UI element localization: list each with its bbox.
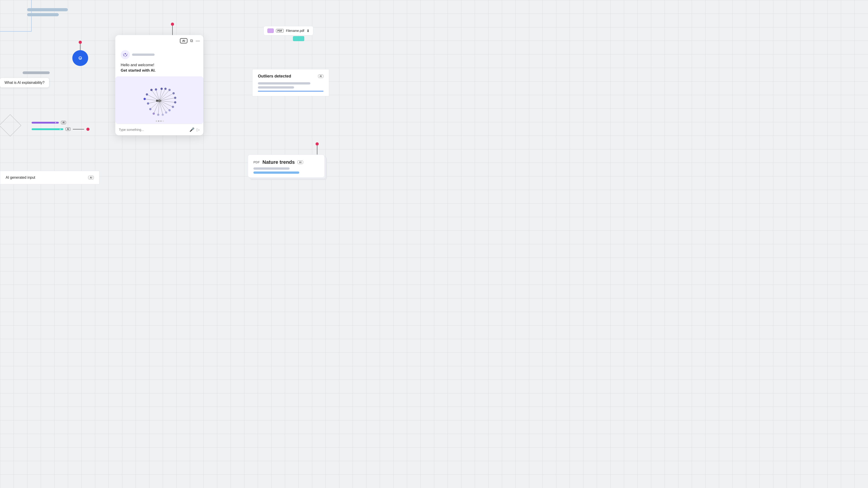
ai-generated-badge: AI bbox=[88, 176, 94, 180]
red-dot-above-ai bbox=[79, 41, 82, 44]
send-icon[interactable]: ▷ bbox=[197, 127, 200, 132]
nature-trends-header: PDF Nature trends AI bbox=[253, 159, 319, 165]
svg-line-15 bbox=[150, 101, 159, 109]
ai-circle-icon: AI bbox=[76, 55, 84, 62]
pdf-teal-swatch bbox=[293, 36, 304, 41]
ai-generated-card: AI generated input AI bbox=[0, 171, 99, 184]
svg-line-24 bbox=[159, 93, 174, 101]
nature-trends-front-card: PDF Nature trends AI bbox=[248, 155, 324, 177]
slider-2-ai-badge: AI bbox=[66, 127, 70, 131]
svg-point-44 bbox=[164, 88, 166, 90]
outliers-title: Outliers detected bbox=[258, 74, 291, 78]
svg-line-26 bbox=[159, 89, 165, 101]
svg-point-49 bbox=[156, 121, 157, 122]
svg-point-40 bbox=[174, 101, 176, 103]
chat-ai-row bbox=[121, 50, 198, 59]
red-dot-nature-trends bbox=[315, 142, 319, 145]
svg-point-43 bbox=[168, 89, 170, 91]
outliers-card: Outliers detected AI bbox=[252, 69, 329, 96]
svg-point-36 bbox=[162, 113, 164, 116]
svg-line-19 bbox=[159, 101, 166, 112]
chat-body: Hello and welcome! Get started with AI. bbox=[115, 46, 204, 124]
sliders-area: AI AI bbox=[32, 121, 90, 131]
svg-line-27 bbox=[159, 89, 162, 101]
chat-ai-avatar bbox=[121, 50, 130, 59]
slider-row-1: AI bbox=[32, 121, 90, 124]
pdf-widget: PDF Filename.pdf ⬇ bbox=[264, 26, 313, 35]
question-text: What is AI explainability? bbox=[4, 80, 44, 85]
chat-header: AI ⧉ — bbox=[115, 35, 204, 46]
chat-input-field[interactable] bbox=[119, 128, 187, 131]
svg-point-35 bbox=[157, 113, 159, 116]
svg-point-52 bbox=[162, 121, 164, 122]
slider-1-ai-badge: AI bbox=[61, 121, 66, 124]
nature-bar-1 bbox=[253, 167, 289, 170]
ai-circle-button[interactable]: AI bbox=[72, 50, 88, 66]
top-left-border-box bbox=[0, 0, 32, 32]
slider-track-purple[interactable] bbox=[32, 122, 59, 124]
mic-icon[interactable]: 🎤 bbox=[189, 127, 194, 132]
svg-point-41 bbox=[174, 97, 176, 99]
svg-point-9 bbox=[127, 54, 127, 55]
diamond-shape bbox=[0, 114, 21, 137]
chat-greeting-2-text: Get started with AI. bbox=[121, 68, 156, 72]
nature-bar-2 bbox=[253, 171, 299, 174]
svg-point-5 bbox=[123, 55, 125, 56]
svg-point-48 bbox=[160, 100, 161, 102]
svg-point-50 bbox=[158, 121, 159, 122]
red-dot-slider bbox=[86, 128, 90, 131]
pdf-color-swatch bbox=[268, 29, 274, 33]
download-icon[interactable]: ⬇ bbox=[307, 29, 309, 33]
nature-trends-connector-area bbox=[248, 142, 324, 155]
ai-avatar-icon bbox=[122, 52, 128, 58]
svg-line-21 bbox=[159, 101, 173, 107]
slider-row-2: AI bbox=[32, 127, 90, 131]
svg-line-18 bbox=[159, 101, 163, 115]
slider-connector-h bbox=[73, 129, 84, 129]
svg-point-42 bbox=[173, 92, 175, 94]
nature-trends-ai-badge: AI bbox=[298, 160, 303, 164]
nature-trends-pdf-label: PDF bbox=[253, 160, 260, 164]
pdf-badge: PDF bbox=[276, 29, 284, 33]
svg-line-22 bbox=[159, 101, 175, 102]
chat-greeting-2: Get started with AI. bbox=[121, 68, 198, 73]
svg-point-31 bbox=[144, 98, 146, 100]
minimize-icon[interactable]: — bbox=[196, 38, 200, 43]
svg-point-7 bbox=[125, 56, 126, 57]
svg-point-47 bbox=[156, 100, 158, 102]
text-line-2 bbox=[27, 13, 59, 16]
chat-input-area[interactable]: 🎤 ▷ bbox=[115, 124, 204, 135]
svg-point-45 bbox=[160, 88, 163, 90]
svg-point-39 bbox=[172, 106, 174, 108]
svg-point-4 bbox=[125, 53, 126, 55]
svg-point-6 bbox=[126, 55, 127, 56]
blue-accent-line bbox=[258, 91, 323, 92]
slider-thumb-purple bbox=[55, 122, 57, 124]
ai-generated-text: AI generated input bbox=[6, 175, 35, 180]
svg-point-37 bbox=[165, 111, 167, 113]
nature-trends-card: PDF Nature trends AI bbox=[248, 142, 324, 177]
text-line-1 bbox=[27, 8, 68, 11]
slider-track-teal[interactable] bbox=[32, 128, 63, 130]
connector-nature-trends bbox=[317, 145, 317, 155]
outliers-bar-2 bbox=[258, 86, 294, 89]
svg-point-29 bbox=[150, 89, 153, 91]
svg-line-11 bbox=[151, 90, 159, 101]
chat-window: AI ⧉ — Hello and welcome! Get s bbox=[115, 35, 204, 135]
monitor-icon[interactable]: ⧉ bbox=[190, 38, 193, 43]
svg-point-51 bbox=[160, 121, 162, 122]
nature-trends-title: Nature trends bbox=[262, 159, 295, 165]
svg-point-34 bbox=[153, 112, 155, 115]
gray-bar-top bbox=[23, 71, 50, 74]
connector-ai-top bbox=[80, 44, 81, 50]
ai-circle-container: AI bbox=[72, 41, 88, 66]
chat-visualization bbox=[115, 76, 204, 124]
slider-thumb-teal bbox=[59, 128, 61, 130]
svg-line-28 bbox=[156, 90, 159, 101]
svg-text:AI: AI bbox=[80, 58, 81, 59]
svg-line-20 bbox=[159, 101, 169, 110]
nature-trends-stack: PDF Nature trends AI bbox=[248, 155, 324, 177]
svg-point-30 bbox=[146, 93, 148, 96]
chat-greeting-1: Hello and welcome! bbox=[121, 63, 198, 67]
outliers-ai-badge: AI bbox=[318, 74, 323, 78]
